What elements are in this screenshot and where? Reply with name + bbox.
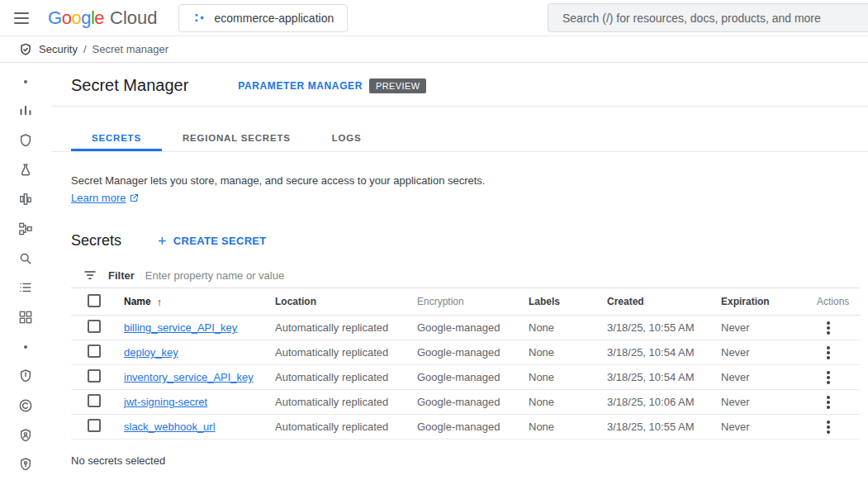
breadcrumb-security[interactable]: Security [39, 43, 78, 55]
logo-letter: g [81, 7, 91, 29]
tab-regional-secrets[interactable]: REGIONAL SECRETS [162, 124, 311, 151]
sidebar-nav-item[interactable] [0, 361, 51, 391]
parameter-manager-link[interactable]: PARAMETER MANAGER [238, 80, 363, 92]
filter-icon [83, 268, 97, 283]
column-header-location[interactable]: Location [275, 296, 417, 307]
sidebar-nav-item[interactable] [0, 302, 51, 332]
row-checkbox[interactable] [88, 369, 101, 383]
search-scan-icon [17, 250, 34, 267]
created-cell: 3/18/25, 10:55 AM [607, 421, 721, 433]
tab-bar: SECRETS REGIONAL SECRETS LOGS [51, 124, 868, 152]
shield-outline-icon [17, 368, 34, 384]
encryption-cell: Google-managed [417, 321, 529, 334]
sidebar-nav-item[interactable] [0, 214, 51, 244]
filter-bar[interactable]: Filter [71, 263, 860, 288]
secret-name-link[interactable]: billing_service_API_key [124, 321, 237, 334]
sidebar-nav-item[interactable] [0, 126, 51, 155]
created-cell: 3/18/25, 10:54 AM [607, 371, 721, 383]
dot-icon [17, 339, 34, 355]
sidebar-nav-item[interactable] [0, 185, 51, 215]
create-secret-button[interactable]: + CREATE SECRET [158, 234, 267, 249]
sidebar-nav-item[interactable] [0, 97, 51, 126]
menu-icon[interactable] [0, 0, 43, 36]
grid-icon [17, 309, 34, 326]
sidebar-nav-item[interactable] [0, 391, 51, 421]
tab-logs[interactable]: LOGS [311, 124, 382, 151]
expiration-cell: Never [721, 346, 813, 359]
more-vert-icon[interactable] [818, 417, 838, 437]
description-text: Secret Manager lets you store, manage, a… [71, 174, 860, 187]
secret-name-link[interactable]: jwt-signing-secret [124, 396, 207, 408]
row-checkbox[interactable] [88, 345, 101, 358]
sidebar-nav-item[interactable] [0, 332, 51, 362]
shield-person-icon [17, 427, 34, 444]
row-checkbox[interactable] [88, 419, 101, 432]
column-header-labels[interactable]: Labels [529, 296, 607, 307]
sidebar-nav-item[interactable] [0, 421, 51, 450]
encryption-cell: Google-managed [417, 396, 529, 408]
secrets-table-body: billing_service_API_key Automatically re… [71, 316, 860, 440]
breadcrumb-page: Secret manager [92, 43, 169, 55]
secret-name-link[interactable]: slack_webhook_url [124, 421, 216, 433]
plus-icon: + [158, 234, 167, 249]
shield-icon [17, 132, 34, 149]
more-vert-icon[interactable] [818, 368, 838, 387]
location-cell: Automatically replicated [275, 421, 417, 433]
sidebar-nav-item[interactable] [0, 155, 51, 185]
logo-cloud-text: Cloud [110, 7, 157, 29]
intro-section: Secret Manager lets you store, manage, a… [51, 152, 868, 204]
table-header-row: Name ↑ Location Encryption Labels Create… [71, 288, 860, 316]
secret-name-link[interactable]: deploy_key [124, 346, 178, 359]
table-row: slack_webhook_url Automatically replicat… [71, 415, 860, 440]
logo-letter: o [71, 7, 81, 29]
column-header-encryption: Encryption [417, 296, 529, 307]
security-shield-icon [18, 42, 33, 57]
bar-chart-icon [17, 102, 34, 119]
column-header-created[interactable]: Created [607, 296, 721, 307]
page-header: Secret Manager PARAMETER MANAGER PREVIEW [51, 63, 868, 107]
encryption-cell: Google-managed [417, 421, 529, 433]
location-cell: Automatically replicated [275, 346, 417, 359]
column-header-actions: Actions [813, 296, 860, 307]
more-vert-icon[interactable] [818, 318, 838, 338]
external-link-icon [129, 192, 140, 203]
search-bar[interactable] [548, 3, 868, 32]
row-checkbox[interactable] [88, 394, 101, 407]
sort-ascending-icon: ↑ [157, 296, 163, 308]
tab-secrets[interactable]: SECRETS [71, 124, 162, 151]
sidebar-nav-item[interactable] [0, 449, 51, 479]
secrets-header: Secrets + CREATE SECRET [51, 204, 868, 250]
list-icon [17, 279, 34, 296]
project-selector[interactable]: ecommerce-application [178, 4, 349, 32]
column-header-name[interactable]: Name ↑ [124, 296, 275, 308]
filter-input[interactable] [145, 269, 860, 282]
labels-cell: None [529, 396, 607, 408]
breadcrumb: Security / Secret manager [0, 36, 868, 63]
expiration-cell: Never [721, 321, 813, 334]
search-input[interactable] [562, 12, 854, 25]
sidebar-nav-item[interactable] [0, 244, 51, 273]
page-title: Secret Manager [71, 76, 188, 95]
logo-letter: G [48, 7, 62, 29]
more-vert-icon[interactable] [818, 343, 838, 363]
created-cell: 3/18/25, 10:54 AM [607, 346, 721, 359]
labels-cell: None [529, 371, 607, 383]
filter-label: Filter [108, 269, 135, 282]
google-cloud-logo[interactable]: Google Cloud [48, 7, 158, 29]
more-vert-icon[interactable] [818, 392, 838, 412]
security-sidebar [0, 63, 51, 479]
expiration-cell: Never [721, 396, 813, 408]
sidebar-nav-item[interactable] [0, 273, 51, 302]
created-cell: 3/18/25, 10:06 AM [607, 396, 721, 408]
selection-status-text: No secrets selected [51, 440, 868, 467]
row-checkbox[interactable] [88, 320, 101, 333]
location-cell: Automatically replicated [275, 321, 417, 334]
secret-name-link[interactable]: inventory_service_API_key [124, 371, 254, 383]
learn-more-link[interactable]: Learn more [71, 192, 140, 204]
select-all-checkbox[interactable] [88, 294, 101, 307]
secrets-heading: Secrets [71, 232, 121, 250]
table-row: billing_service_API_key Automatically re… [71, 316, 860, 340]
labels-cell: None [529, 321, 607, 334]
sidebar-nav-item[interactable] [0, 67, 51, 97]
column-header-expiration[interactable]: Expiration [721, 296, 813, 307]
